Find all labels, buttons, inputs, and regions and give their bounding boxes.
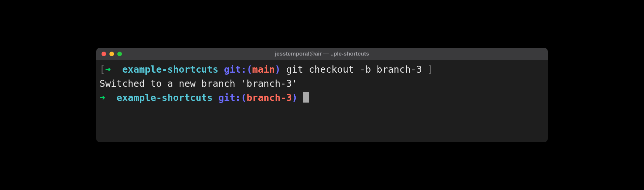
maximize-icon[interactable]	[117, 52, 122, 56]
prompt-arrow-icon: ➜	[100, 92, 105, 103]
git-label: git:(	[224, 64, 252, 75]
git-close: )	[275, 64, 280, 75]
terminal-line-2: Switched to a new branch 'branch-3'	[100, 77, 544, 91]
git-close: )	[292, 92, 297, 103]
bracket-close: ]	[427, 64, 433, 75]
prompt-directory: example-shortcuts	[122, 64, 219, 75]
command-text: git checkout -b branch-3	[280, 64, 427, 75]
git-label: git:(	[218, 92, 247, 103]
prompt-directory: example-shortcuts	[117, 92, 213, 103]
git-branch: branch-3	[247, 92, 292, 103]
bracket-open: [	[100, 64, 105, 75]
terminal-body[interactable]: [➜ example-shortcuts git:(main) git chec…	[96, 60, 548, 142]
terminal-line-1: [➜ example-shortcuts git:(main) git chec…	[100, 63, 544, 77]
terminal-line-3: ➜ example-shortcuts git:(branch-3)	[100, 91, 544, 105]
cursor-icon	[303, 92, 309, 103]
traffic-lights	[102, 52, 122, 56]
prompt-arrow-icon: ➜	[105, 64, 111, 75]
window-title: jesstemporal@air — ..ple-shortcuts	[102, 51, 542, 57]
titlebar: jesstemporal@air — ..ple-shortcuts	[96, 48, 548, 60]
minimize-icon[interactable]	[109, 52, 114, 56]
close-icon[interactable]	[102, 52, 106, 56]
git-branch: main	[252, 64, 275, 75]
terminal-window: jesstemporal@air — ..ple-shortcuts [➜ ex…	[96, 48, 548, 142]
command-output: Switched to a new branch 'branch-3'	[100, 78, 298, 89]
